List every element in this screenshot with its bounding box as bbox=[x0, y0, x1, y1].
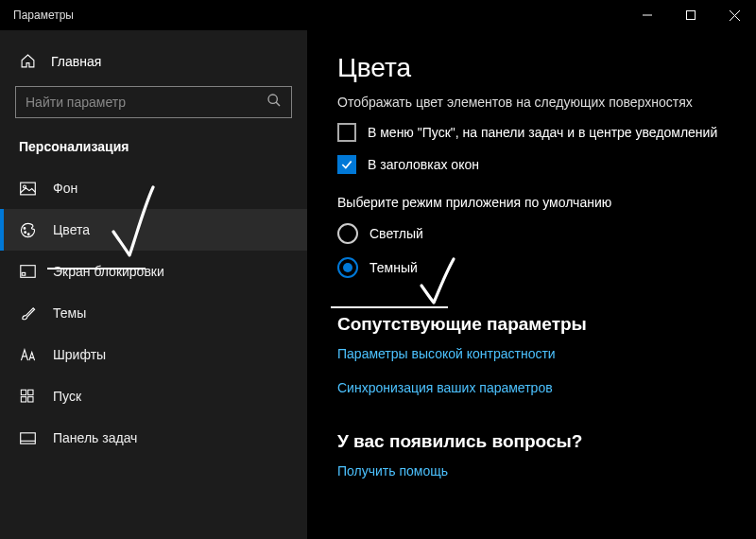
radio-label: Темный bbox=[369, 260, 418, 275]
home-nav[interactable]: Главная bbox=[0, 43, 307, 78]
window-controls bbox=[626, 0, 756, 30]
sidebar-item-colors[interactable]: Цвета bbox=[0, 209, 307, 251]
lockscreen-icon bbox=[19, 265, 36, 278]
sidebar-item-background[interactable]: Фон bbox=[0, 167, 307, 209]
svg-rect-17 bbox=[20, 432, 35, 443]
sidebar-item-taskbar[interactable]: Панель задач bbox=[0, 417, 307, 459]
sidebar-item-label: Темы bbox=[53, 305, 86, 321]
sidebar: Главная Персонализация Фон bbox=[0, 30, 307, 539]
close-button[interactable] bbox=[713, 0, 756, 30]
svg-rect-13 bbox=[21, 390, 26, 394]
sidebar-item-label: Цвета bbox=[53, 222, 90, 237]
sidebar-item-fonts[interactable]: Шрифты bbox=[0, 334, 307, 375]
sidebar-item-label: Фон bbox=[53, 181, 77, 196]
svg-point-7 bbox=[23, 184, 26, 187]
svg-rect-6 bbox=[20, 183, 35, 195]
section-title: Персонализация bbox=[0, 118, 307, 167]
minimize-button[interactable] bbox=[626, 0, 669, 30]
svg-point-10 bbox=[27, 233, 29, 235]
titlebar: Параметры bbox=[0, 0, 756, 30]
radio-dark[interactable]: Темный bbox=[337, 257, 728, 278]
search-wrap bbox=[0, 78, 307, 118]
content-pane: Цвета Отображать цвет элементов на следу… bbox=[307, 30, 756, 539]
page-title: Цвета bbox=[337, 53, 728, 83]
svg-rect-14 bbox=[28, 390, 33, 394]
palette-icon bbox=[19, 222, 36, 238]
questions-heading: У вас появились вопросы? bbox=[337, 431, 728, 452]
checkbox-icon bbox=[337, 123, 356, 142]
search-input[interactable] bbox=[26, 95, 266, 110]
sidebar-item-themes[interactable]: Темы bbox=[0, 292, 307, 334]
svg-rect-15 bbox=[21, 397, 26, 402]
brush-icon bbox=[19, 305, 36, 322]
radio-label: Светлый bbox=[369, 226, 423, 241]
link-high-contrast[interactable]: Параметры высокой контрастности bbox=[337, 346, 728, 361]
svg-point-8 bbox=[24, 227, 26, 229]
body: Главная Персонализация Фон bbox=[0, 30, 756, 539]
annotation-underline-sidebar bbox=[47, 268, 146, 270]
checkbox-label: В заголовках окон bbox=[368, 157, 479, 172]
radio-icon bbox=[337, 223, 358, 244]
sidebar-item-label: Экран блокировки bbox=[53, 264, 164, 279]
home-label: Главная bbox=[51, 54, 101, 69]
nav-list: Фон Цвета Экран блокировки bbox=[0, 167, 307, 459]
font-icon bbox=[19, 348, 36, 362]
link-sync-settings[interactable]: Синхронизация ваших параметров bbox=[337, 380, 728, 395]
taskbar-icon bbox=[19, 432, 36, 444]
svg-rect-12 bbox=[22, 272, 26, 275]
link-get-help[interactable]: Получить помощь bbox=[337, 463, 728, 478]
checkbox-window-titlebars[interactable]: В заголовках окон bbox=[337, 155, 728, 174]
svg-line-5 bbox=[276, 102, 280, 106]
sidebar-item-start[interactable]: Пуск bbox=[0, 375, 307, 417]
radio-icon bbox=[337, 257, 358, 278]
search-icon bbox=[266, 93, 282, 112]
sidebar-item-label: Пуск bbox=[53, 389, 81, 404]
sidebar-item-label: Панель задач bbox=[53, 430, 137, 445]
picture-icon bbox=[19, 182, 36, 196]
app-mode-heading: Выберите режим приложения по умолчанию bbox=[337, 195, 728, 210]
sidebar-item-lockscreen[interactable]: Экран блокировки bbox=[0, 251, 307, 292]
svg-point-4 bbox=[268, 95, 277, 103]
checkbox-label: В меню "Пуск", на панели задач и в центр… bbox=[368, 125, 717, 140]
sidebar-item-label: Шрифты bbox=[53, 347, 106, 362]
svg-point-9 bbox=[24, 231, 26, 233]
search-box[interactable] bbox=[15, 86, 292, 118]
home-icon bbox=[19, 53, 36, 69]
related-heading: Сопутствующие параметры bbox=[337, 314, 728, 335]
annotation-underline-darkmode bbox=[331, 306, 448, 308]
svg-rect-16 bbox=[28, 397, 33, 402]
surfaces-heading: Отображать цвет элементов на следующих п… bbox=[337, 95, 728, 110]
checkbox-start-taskbar[interactable]: В меню "Пуск", на панели задач и в центр… bbox=[337, 123, 728, 142]
start-icon bbox=[19, 389, 36, 404]
radio-light[interactable]: Светлый bbox=[337, 223, 728, 244]
settings-window: Параметры Главная bbox=[0, 0, 756, 539]
window-title: Параметры bbox=[13, 9, 74, 22]
maximize-button[interactable] bbox=[669, 0, 713, 30]
checkbox-icon bbox=[337, 155, 356, 174]
svg-rect-1 bbox=[687, 11, 696, 20]
